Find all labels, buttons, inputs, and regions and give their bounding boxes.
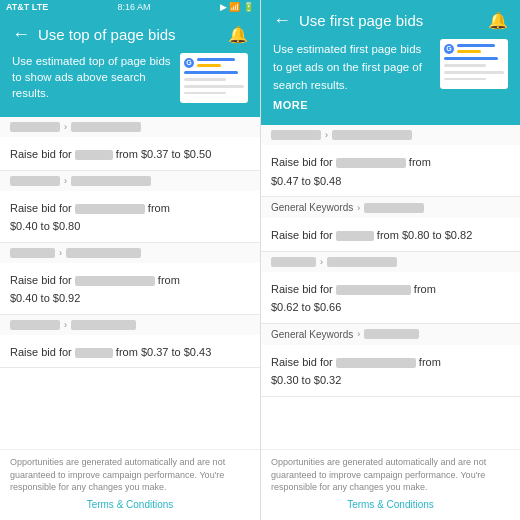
right-bid-list: › Raise bid for from$0.47 to $0.48 Gener…: [261, 125, 520, 449]
r-chevron-1: ›: [325, 130, 328, 140]
left-header-desc: Use estimated top of page bids to show a…: [12, 53, 172, 101]
right-bid-section-4: General Keywords › Raise bid for from$0.…: [261, 324, 520, 397]
r-keyword-blur-4: [336, 358, 416, 368]
r-section-label-4: General Keywords: [271, 329, 353, 340]
r-section-sub-blur-4: [364, 329, 419, 339]
right-bid-item-2[interactable]: Raise bid for from $0.80 to $0.82: [261, 218, 520, 251]
right-bid-section-3: › Raise bid for from$0.62 to $0.66: [261, 252, 520, 324]
chevron-icon-3: ›: [59, 248, 62, 258]
bid-item-3[interactable]: Raise bid for from$0.40 to $0.92: [0, 263, 260, 314]
status-icons: ▶ 📶 🔋: [220, 2, 254, 12]
bid-section-4: › Raise bid for from $0.37 to $0.43: [0, 315, 260, 369]
status-time: 8:16 AM: [118, 2, 151, 12]
bid-section-header-1: ›: [0, 117, 260, 137]
status-bar: AT&T LTE 8:16 AM ▶ 📶 🔋: [0, 0, 260, 14]
right-bell-icon[interactable]: 🔔: [488, 11, 508, 30]
right-header: ← Use first page bids 🔔 Use estimated fi…: [261, 0, 520, 125]
right-bid-section-header-4: General Keywords ›: [261, 324, 520, 345]
google-logo: G: [184, 58, 194, 68]
r-keyword-blur-2: [336, 231, 374, 241]
section-sub-blur-2: [71, 176, 151, 186]
bid-text-4: Raise bid for from $0.37 to $0.43: [10, 346, 211, 358]
left-disclaimer: Opportunities are generated automaticall…: [10, 457, 225, 492]
right-footer: Opportunities are generated automaticall…: [261, 449, 520, 520]
right-panel: ← Use first page bids 🔔 Use estimated fi…: [260, 0, 520, 520]
right-bid-item-3[interactable]: Raise bid for from$0.62 to $0.66: [261, 272, 520, 323]
section-header-blur-3: [10, 248, 55, 258]
right-bid-section-header-2: General Keywords ›: [261, 197, 520, 218]
left-header-title: Use top of page bids: [38, 26, 228, 43]
right-header-title: Use first page bids: [299, 12, 488, 29]
carrier-time: AT&T LTE: [6, 2, 48, 12]
keyword-blur-4: [75, 348, 113, 358]
section-sub-blur-4: [71, 320, 136, 330]
section-header-blur: [10, 122, 60, 132]
header-illustration: G: [180, 53, 248, 103]
right-bid-text-2: Raise bid for from $0.80 to $0.82: [271, 229, 472, 241]
bid-item-4[interactable]: Raise bid for from $0.37 to $0.43: [0, 335, 260, 368]
right-more-link[interactable]: MORE: [273, 99, 432, 111]
right-bid-text-1: Raise bid for from$0.47 to $0.48: [271, 156, 431, 187]
bid-section-header-4: ›: [0, 315, 260, 335]
bid-text-3: Raise bid for from$0.40 to $0.92: [10, 274, 180, 305]
right-bid-section-2: General Keywords › Raise bid for from $0…: [261, 197, 520, 252]
r-section-blur-3: [271, 257, 316, 267]
r-chevron-3: ›: [320, 257, 323, 267]
keyword-blur-3: [75, 276, 155, 286]
right-bid-item-1[interactable]: Raise bid for from$0.47 to $0.48: [261, 145, 520, 196]
chevron-icon-4: ›: [64, 320, 67, 330]
bid-text-2: Raise bid for from$0.40 to $0.80: [10, 202, 170, 233]
section-sub-blur: [71, 122, 141, 132]
right-bid-text-3: Raise bid for from$0.62 to $0.66: [271, 283, 436, 314]
bid-section-header-3: ›: [0, 243, 260, 263]
right-disclaimer: Opportunities are generated automaticall…: [271, 457, 486, 492]
right-bid-text-4: Raise bid for from$0.30 to $0.32: [271, 356, 441, 387]
right-bid-item-4[interactable]: Raise bid for from$0.30 to $0.32: [261, 345, 520, 396]
bid-section-3: › Raise bid for from$0.40 to $0.92: [0, 243, 260, 315]
right-bid-section-header-3: ›: [261, 252, 520, 272]
right-bid-section-1: › Raise bid for from$0.47 to $0.48: [261, 125, 520, 197]
right-terms-link[interactable]: Terms & Conditions: [271, 498, 510, 512]
bid-section-1: › Raise bid for from $0.37 to $0.50: [0, 117, 260, 171]
bid-text-1: Raise bid for from $0.37 to $0.50: [10, 148, 211, 160]
bid-item-2[interactable]: Raise bid for from$0.40 to $0.80: [0, 191, 260, 242]
r-section-blur: [271, 130, 321, 140]
right-bid-section-header-1: ›: [261, 125, 520, 145]
bid-section-header-2: ›: [0, 171, 260, 191]
left-terms-link[interactable]: Terms & Conditions: [10, 498, 250, 512]
r-section-sub-blur-3: [327, 257, 397, 267]
left-panel: AT&T LTE 8:16 AM ▶ 📶 🔋 ← Use top of page…: [0, 0, 260, 520]
r-section-label-2: General Keywords: [271, 202, 353, 213]
chevron-icon: ›: [64, 122, 67, 132]
section-header-blur-2: [10, 176, 60, 186]
bid-item-1[interactable]: Raise bid for from $0.37 to $0.50: [0, 137, 260, 170]
left-footer: Opportunities are generated automaticall…: [0, 449, 260, 520]
section-header-blur-4: [10, 320, 60, 330]
keyword-blur: [75, 150, 113, 160]
right-back-arrow-icon[interactable]: ←: [273, 10, 291, 31]
bell-icon[interactable]: 🔔: [228, 25, 248, 44]
r-keyword-blur-3: [336, 285, 411, 295]
r-section-sub-blur: [332, 130, 412, 140]
r-chevron-4: ›: [357, 329, 360, 339]
back-arrow-icon[interactable]: ←: [12, 24, 30, 45]
right-header-desc: Use estimated first page bids to get ads…: [273, 43, 422, 91]
left-bid-list: › Raise bid for from $0.37 to $0.50 › Ra…: [0, 117, 260, 449]
keyword-blur-2: [75, 204, 145, 214]
chevron-icon-2: ›: [64, 176, 67, 186]
section-sub-blur-3: [66, 248, 141, 258]
left-header: ← Use top of page bids 🔔 Use estimated t…: [0, 14, 260, 117]
right-google-logo: G: [444, 44, 454, 54]
r-keyword-blur-1: [336, 158, 406, 168]
r-chevron-2: ›: [357, 203, 360, 213]
r-section-sub-blur-2: [364, 203, 424, 213]
bid-section-2: › Raise bid for from$0.40 to $0.80: [0, 171, 260, 243]
right-header-illustration: G: [440, 39, 508, 89]
